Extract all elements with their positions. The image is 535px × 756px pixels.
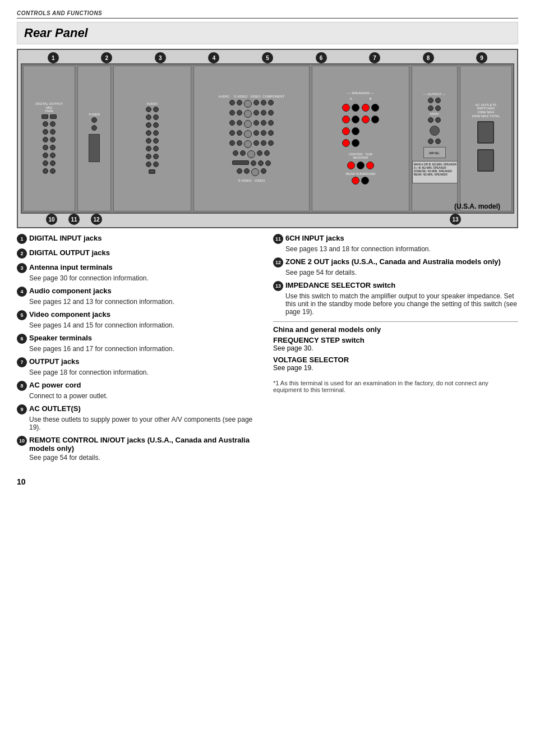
rear-surround-minus <box>361 177 369 185</box>
jack <box>258 160 264 166</box>
item-desc-9: Use these outlets to supply power to you… <box>29 416 262 431</box>
jack <box>91 125 97 131</box>
item-num-11: 11 <box>273 234 283 244</box>
item-desc-13: Use this switch to match the amplifier o… <box>285 292 518 316</box>
item-3: 3 Antenna input terminals See page 30 fo… <box>17 263 262 282</box>
item-7: 7 OUTPUT jacks See page 18 for connectio… <box>17 357 262 376</box>
speaker-minus <box>352 104 359 112</box>
callout-1: 1 <box>48 52 59 63</box>
jack <box>244 168 250 174</box>
jack <box>261 130 266 136</box>
jack <box>50 129 56 135</box>
rear-panel-diagram: 1 2 3 4 5 6 7 8 9 DIGITAL OUTPUTMD/TAPE <box>17 49 518 228</box>
jack <box>43 121 48 127</box>
jack <box>261 120 266 126</box>
item-num-8: 8 <box>17 381 27 391</box>
speaker-plus <box>362 104 370 112</box>
panel-video-audio: AUDIO S VIDEO VIDEO COMPONENT <box>193 66 310 211</box>
jack <box>153 146 159 151</box>
jack <box>146 107 151 112</box>
item-num-13: 13 <box>273 281 283 291</box>
callout-5: 5 <box>262 52 273 63</box>
panel-tuner: TUNER <box>77 66 110 211</box>
left-column: 1 DIGITAL INPUT jacks 2 DIGITAL OUTPUT j… <box>17 234 262 466</box>
item-title-4: Audio component jacks <box>29 287 112 295</box>
jack <box>251 160 256 166</box>
panel-digital-inputs: DIGITAL OUTPUTMD/TAPE <box>23 66 75 211</box>
jack <box>50 145 56 150</box>
jack <box>43 129 48 135</box>
jack <box>237 140 242 146</box>
jack <box>253 110 259 116</box>
panel-output: — OUTPUT — MAIN <box>412 66 458 211</box>
callout-10: 10 <box>46 214 57 225</box>
china-section: China and general models only FREQUENCY … <box>273 321 518 372</box>
item-title-8: AC power cord <box>29 381 81 389</box>
item-title-3: Antenna input terminals <box>29 263 113 271</box>
svideo-jack <box>244 100 252 108</box>
jack <box>146 114 151 120</box>
item-desc-8: Connect to a power outlet. <box>29 392 262 400</box>
item-title-13: IMPEDANCE SELECTOR switch <box>285 281 395 289</box>
item-4: 4 Audio component jacks See pages 12 and… <box>17 287 262 306</box>
sub-jack <box>366 162 374 169</box>
item-title-10: REMOTE CONTROL IN/OUT jacks (U.S.A., Can… <box>29 436 262 453</box>
item-title-1: DIGITAL INPUT jacks <box>29 234 102 242</box>
jack <box>240 150 246 156</box>
speaker-minus <box>352 127 359 135</box>
tuner-connector <box>89 134 100 162</box>
item-6: 6 Speaker terminals See pages 16 and 17 … <box>17 334 262 353</box>
jack <box>237 168 242 174</box>
jack <box>229 130 235 136</box>
item-desc-3: See page 30 for connection information. <box>29 274 262 282</box>
item-8: 8 AC power cord Connect to a power outle… <box>17 381 262 400</box>
svideo-jack <box>244 140 252 148</box>
section-title: Rear Panel <box>17 22 518 44</box>
item-num-2: 2 <box>17 248 27 259</box>
jack <box>146 162 151 167</box>
speaker-minus <box>352 116 359 123</box>
panel-ac-outlets: AC OUTLETSSWITCHED100W MAX100W MAX TOTAL <box>460 66 512 211</box>
jack <box>153 162 159 167</box>
callout-9: 9 <box>476 52 487 63</box>
jack <box>268 110 274 116</box>
jack <box>229 120 235 126</box>
jack <box>261 140 266 146</box>
speaker-minus <box>371 104 379 112</box>
item-num-12: 12 <box>273 257 283 268</box>
item-13: 13 IMPEDANCE SELECTOR switch Use this sw… <box>273 281 518 316</box>
item-title-12: ZONE 2 OUT jacks (U.S.A., Canada and Aus… <box>285 257 501 266</box>
jack <box>428 139 433 144</box>
svideo-jack <box>244 110 252 118</box>
item-10: 10 REMOTE CONTROL IN/OUT jacks (U.S.A., … <box>17 436 262 462</box>
jack-rect <box>149 169 155 174</box>
svideo-jack <box>251 168 259 176</box>
speaker-minus <box>352 139 359 147</box>
jack <box>233 150 238 156</box>
freq-desc: See page 30. <box>273 344 518 352</box>
freq-title: FREQUENCY STEP switch <box>273 336 518 344</box>
jack <box>153 122 159 128</box>
item-num-3: 3 <box>17 263 27 273</box>
footnote: *1 As this terminal is used for an exami… <box>273 380 518 393</box>
speaker-plus <box>362 116 370 123</box>
us-model-label: (U.S.A. model) <box>454 202 500 210</box>
jack <box>50 121 56 127</box>
item-num-1: 1 <box>17 234 27 244</box>
jack <box>146 146 151 151</box>
jack <box>237 130 242 136</box>
jack <box>261 110 266 116</box>
item-5: 5 Video component jacks See pages 14 and… <box>17 310 262 329</box>
item-12: 12 ZONE 2 OUT jacks (U.S.A., Canada and … <box>273 257 518 276</box>
jack <box>153 114 159 120</box>
item-title-5: Video component jacks <box>29 310 110 319</box>
jack <box>153 138 159 144</box>
item-desc-7: See page 18 for connection information. <box>29 368 262 376</box>
jack <box>435 139 441 144</box>
item-desc-6: See pages 16 and 17 for connection infor… <box>29 345 262 353</box>
svideo-jack <box>244 130 252 138</box>
item-title-6: Speaker terminals <box>29 334 92 342</box>
jack <box>268 100 274 105</box>
item-title-11: 6CH INPUT jacks <box>285 234 344 242</box>
jack <box>435 117 441 123</box>
